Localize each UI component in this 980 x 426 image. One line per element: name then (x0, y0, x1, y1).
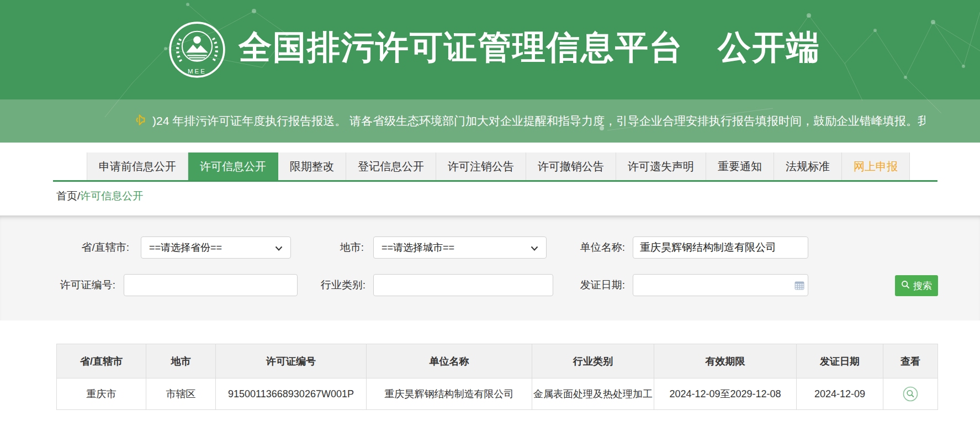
header-issue-date: 发证日期 (797, 344, 883, 378)
header-province: 省/直辖市 (57, 344, 146, 378)
issue-date-label: 发证日期: (559, 274, 625, 296)
site-title: 全国排污许可证管理信息平台 公开端 (239, 25, 820, 70)
header-view: 查看 (883, 344, 938, 378)
company-name-label: 单位名称: (559, 236, 625, 259)
search-button-label: 搜索 (913, 280, 932, 292)
notice-bar: )24 年排污许可证年度执行报告报送。 请各省级生态环境部门加大对企业提醒和指导… (0, 99, 980, 143)
company-name-input[interactable] (633, 236, 808, 259)
view-detail-button[interactable] (883, 378, 938, 410)
tab-permit-info-disclosure[interactable]: 许可信息公开 (188, 152, 278, 180)
header-company: 单位名称 (367, 344, 532, 378)
header-city: 地市 (146, 344, 216, 378)
cell-validity: 2024-12-09至2029-12-08 (654, 378, 797, 410)
notice-marquee-text: )24 年排污许可证年度执行报告报送。 请各省级生态环境部门加大对企业提醒和指导… (152, 113, 925, 129)
logo-text: MEE (188, 68, 206, 75)
chevron-down-icon (531, 242, 538, 254)
speaker-icon (131, 112, 147, 130)
tab-important-notice[interactable]: 重要通知 (706, 152, 774, 180)
table-header-row: 省/直辖市 地市 许可证编号 单位名称 行业类别 有效期限 发证日期 查看 (57, 344, 938, 378)
city-select[interactable]: ==请选择城市== (373, 236, 547, 259)
cell-issue-date: 2024-12-09 (797, 378, 883, 410)
results-table: 省/直辖市 地市 许可证编号 单位名称 行业类别 有效期限 发证日期 查看 重庆… (56, 344, 938, 410)
cell-company: 重庆昊辉钢结构制造有限公司 (367, 378, 532, 410)
mee-logo: MEE (168, 21, 226, 78)
tab-regulations-standards[interactable]: 法规标准 (774, 152, 842, 180)
tab-permit-loss-statement[interactable]: 许可遗失声明 (616, 152, 706, 180)
permit-no-label: 许可证编号: (33, 274, 115, 296)
header-validity: 有效期限 (654, 344, 797, 378)
breadcrumb-current: 许可信息公开 (80, 190, 143, 202)
city-select-value: ==请选择城市== (382, 241, 454, 254)
cell-province: 重庆市 (57, 378, 146, 410)
tab-permit-cancellation-notice[interactable]: 许可注销公告 (436, 152, 526, 180)
issue-date-input[interactable] (633, 275, 791, 296)
industry-label: 行业类别: (310, 274, 365, 296)
search-filter-panel: 省/直辖市: ==请选择省份== 地市: ==请选择城市== 单位名称: 许可证… (0, 215, 980, 320)
table-row: 重庆市 市辖区 91500113668930267W001P 重庆昊辉钢结构制造… (57, 378, 938, 410)
chevron-down-icon (275, 242, 283, 254)
search-button[interactable]: 搜索 (895, 275, 938, 296)
calendar-icon[interactable] (791, 281, 808, 290)
province-select-value: ==请选择省份== (149, 241, 222, 254)
city-label: 地市: (309, 236, 364, 259)
main-nav: 申请前信息公开 许可信息公开 限期整改 登记信息公开 许可注销公告 许可撤销公告… (87, 152, 910, 180)
tab-registration-info[interactable]: 登记信息公开 (346, 152, 436, 180)
magnifier-view-icon (903, 388, 918, 399)
header-permit-no: 许可证编号 (216, 344, 367, 378)
tab-pre-application-disclosure[interactable]: 申请前信息公开 (87, 152, 188, 180)
cell-industry: 金属表面处理及热处理加工 (532, 378, 654, 410)
breadcrumb: 首页/许可信息公开 (56, 188, 143, 204)
province-select[interactable]: ==请选择省份== (141, 236, 291, 259)
cell-city: 市辖区 (146, 378, 216, 410)
industry-input[interactable] (373, 274, 553, 296)
page: )24 年排污许可证年度执行报告报送。 请各省级生态环境部门加大对企业提醒和指导… (0, 0, 980, 426)
tab-online-application[interactable]: 网上申报 (842, 152, 910, 180)
search-icon (901, 280, 910, 292)
issue-date-field (633, 274, 808, 296)
tab-rectification-deadline[interactable]: 限期整改 (278, 152, 346, 180)
cell-permit-no-link[interactable]: 91500113668930267W001P (216, 378, 367, 410)
province-label: 省/直辖市: (44, 236, 129, 259)
tab-permit-revocation-notice[interactable]: 许可撤销公告 (526, 152, 616, 180)
header-industry: 行业类别 (532, 344, 654, 378)
permit-no-input[interactable] (124, 274, 298, 296)
tab-underline (53, 180, 937, 182)
breadcrumb-home[interactable]: 首页 (56, 190, 77, 202)
